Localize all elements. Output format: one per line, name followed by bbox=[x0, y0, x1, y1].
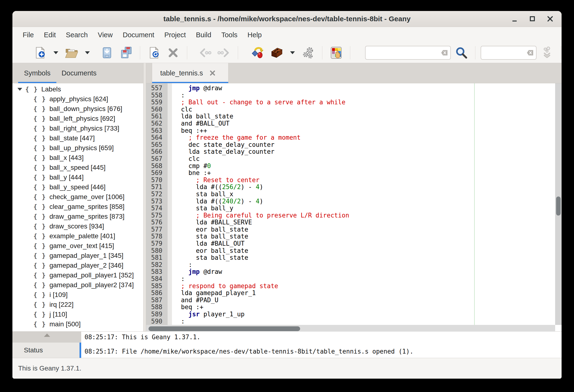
execute-button[interactable] bbox=[300, 44, 317, 61]
symbol-item[interactable]: { }draw_scores [934] bbox=[12, 221, 143, 231]
tab-documents[interactable]: Documents bbox=[56, 63, 102, 83]
line-number[interactable]: 586 bbox=[146, 289, 168, 297]
expander-icon[interactable] bbox=[17, 87, 25, 91]
save-all-button[interactable] bbox=[118, 44, 135, 61]
tab-scroll-up-icon[interactable] bbox=[43, 333, 51, 337]
status-message[interactable]: 08:25:17: File /home/mike/workspace/nes-… bbox=[84, 348, 413, 355]
sidebar-resize-handle[interactable] bbox=[143, 63, 146, 331]
menu-edit[interactable]: Edit bbox=[39, 29, 61, 41]
tree-root-labels[interactable]: { }Labels bbox=[12, 84, 143, 94]
tab-close-icon[interactable] bbox=[209, 70, 216, 76]
symbol-item[interactable]: { }gamepad_player_2 [346] bbox=[12, 260, 143, 270]
clear-entry-icon[interactable] bbox=[441, 49, 448, 56]
titlebar[interactable]: table_tennis.s - /home/mike/workspace/ne… bbox=[12, 11, 562, 27]
symbol-item[interactable]: { }ball_left_physics [692] bbox=[12, 114, 143, 124]
line-number[interactable]: 582 bbox=[146, 261, 168, 268]
code-line[interactable]: sta ball_x bbox=[181, 191, 349, 198]
code-line[interactable]: dec state_delay_counter bbox=[181, 141, 349, 148]
line-number[interactable]: 563 bbox=[146, 127, 168, 134]
open-button[interactable] bbox=[63, 44, 80, 61]
symbol-item[interactable]: { }main [500] bbox=[12, 319, 143, 329]
code-line[interactable]: lda state_delay_counter bbox=[181, 148, 349, 155]
new-dropdown-button[interactable] bbox=[51, 44, 61, 61]
symbol-item[interactable]: { }ball_x_speed [445] bbox=[12, 163, 143, 172]
line-number[interactable]: 584 bbox=[146, 275, 168, 283]
reload-button[interactable] bbox=[145, 44, 163, 61]
line-number[interactable]: 579 bbox=[146, 240, 168, 247]
menu-document[interactable]: Document bbox=[118, 29, 159, 41]
code-line[interactable]: cmp #0 bbox=[181, 163, 349, 170]
code-area[interactable]: jmp @draw:; Ball out - change to a serve… bbox=[172, 83, 555, 325]
vertical-scrollbar-thumb[interactable] bbox=[556, 196, 561, 216]
code-line[interactable]: eor ball_state bbox=[181, 226, 349, 233]
line-number[interactable]: 585 bbox=[146, 283, 168, 290]
line-number[interactable]: 560 bbox=[146, 106, 168, 113]
line-number[interactable]: 573 bbox=[146, 198, 168, 205]
code-line[interactable]: lda gamepad_player_1 bbox=[181, 289, 349, 297]
symbols-tree[interactable]: { }Labels{ }apply_physics [624]{ }ball_d… bbox=[12, 83, 143, 331]
line-number[interactable]: 561 bbox=[146, 113, 168, 120]
menu-help[interactable]: Help bbox=[243, 29, 267, 41]
code-line[interactable]: jmp @draw bbox=[181, 268, 349, 275]
code-line[interactable]: lda #((240/2) - 4) bbox=[181, 198, 349, 205]
line-number[interactable]: 587 bbox=[146, 297, 168, 304]
save-button[interactable] bbox=[98, 44, 116, 61]
search-entry[interactable] bbox=[365, 46, 451, 60]
code-line[interactable]: bne :+ bbox=[181, 169, 349, 177]
jump-to-line-button[interactable] bbox=[538, 44, 556, 61]
line-number[interactable]: 590 bbox=[146, 318, 168, 325]
menu-project[interactable]: Project bbox=[159, 29, 191, 41]
line-number[interactable]: 577 bbox=[146, 226, 168, 233]
horizontal-scrollbar-thumb[interactable] bbox=[148, 326, 300, 331]
line-number[interactable]: 580 bbox=[146, 247, 168, 254]
symbol-item[interactable]: { }irq [222] bbox=[12, 300, 143, 309]
line-number[interactable]: 574 bbox=[146, 205, 168, 212]
back-button[interactable] bbox=[196, 44, 213, 61]
new-document-button[interactable] bbox=[32, 44, 49, 61]
clear-entry-icon[interactable] bbox=[527, 49, 534, 56]
symbol-item[interactable]: { }ball_y [444] bbox=[12, 172, 143, 182]
code-line[interactable]: jmp @draw bbox=[181, 85, 349, 92]
goto-line-entry[interactable] bbox=[481, 46, 536, 60]
code-line[interactable]: and #PAD_U bbox=[181, 297, 349, 304]
symbol-item[interactable]: { }ball_state [447] bbox=[12, 133, 143, 143]
symbol-item[interactable]: { }gamepad_poll_player1 [352] bbox=[12, 270, 143, 280]
symbol-item[interactable]: { }ball_x [443] bbox=[12, 153, 143, 163]
code-line[interactable]: sta ball_state bbox=[181, 254, 349, 261]
line-number[interactable]: 569 bbox=[146, 169, 168, 177]
symbol-item[interactable]: { }apply_physics [624] bbox=[12, 94, 143, 104]
code-line[interactable]: clc bbox=[181, 106, 349, 113]
line-number[interactable]: 567 bbox=[146, 155, 168, 163]
code-line[interactable]: lda ball_state bbox=[181, 113, 349, 120]
status-message[interactable]: 08:25:17: This is Geany 1.37.1. bbox=[84, 333, 200, 341]
code-line[interactable]: beq :++ bbox=[181, 127, 349, 134]
code-line[interactable]: eor ball_state bbox=[181, 247, 349, 254]
code-line[interactable]: sta ball_y bbox=[181, 205, 349, 212]
menu-tools[interactable]: Tools bbox=[216, 29, 243, 41]
code-line[interactable]: lda #BALL_OUT bbox=[181, 240, 349, 247]
menu-view[interactable]: View bbox=[93, 29, 118, 41]
line-number[interactable]: 581 bbox=[146, 254, 168, 261]
symbol-item[interactable]: { }gamepad_player_1 [345] bbox=[12, 251, 143, 260]
symbol-item[interactable]: { }i [109] bbox=[12, 290, 143, 300]
symbol-item[interactable]: { }example_palette [401] bbox=[12, 231, 143, 241]
code-line[interactable]: clc bbox=[181, 155, 349, 163]
symbol-item[interactable]: { }gamepad_poll_player2 [374] bbox=[12, 280, 143, 290]
line-number[interactable]: 575 bbox=[146, 212, 168, 219]
forward-button[interactable] bbox=[215, 44, 233, 61]
line-number[interactable]: 568 bbox=[146, 163, 168, 170]
menu-search[interactable]: Search bbox=[61, 29, 93, 41]
color-chooser-button[interactable] bbox=[328, 44, 345, 61]
line-number[interactable]: 571 bbox=[146, 184, 168, 191]
build-dropdown-button[interactable] bbox=[287, 44, 298, 61]
symbol-item[interactable]: { }ball_down_physics [676] bbox=[12, 104, 143, 114]
symbol-item[interactable]: { }ball_y_speed [446] bbox=[12, 182, 143, 192]
tab-symbols[interactable]: Symbols bbox=[18, 63, 56, 83]
minimize-button[interactable] bbox=[510, 14, 520, 24]
code-line[interactable]: ; Reset to center bbox=[181, 177, 349, 184]
vertical-scrollbar[interactable] bbox=[555, 83, 562, 325]
code-line[interactable]: ; Ball out - change to a serve after a w… bbox=[181, 99, 349, 106]
code-line[interactable]: : bbox=[181, 92, 349, 99]
symbol-item[interactable]: { }j [110] bbox=[12, 309, 143, 319]
symbol-item[interactable]: { }check_game_over [1006] bbox=[12, 192, 143, 202]
